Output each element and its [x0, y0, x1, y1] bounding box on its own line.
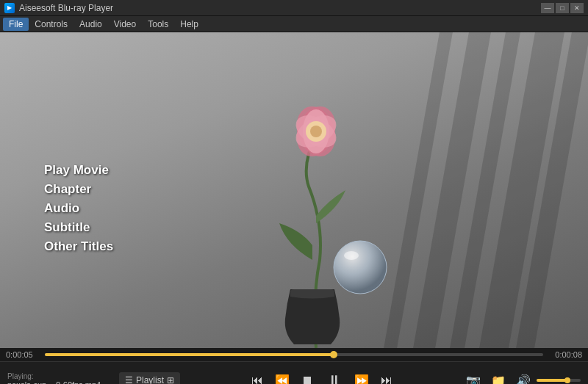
menu-item-controls[interactable]: Controls — [29, 18, 74, 31]
menu-item-audio[interactable]: Audio — [74, 18, 108, 31]
overlay-menu: Play MovieChapterAudioSubtitleOther Titl… — [44, 163, 113, 254]
time-start: 0:00:05 — [6, 350, 39, 359]
glass-orb — [331, 238, 390, 297]
right-controls: 📷 📁 🔊 — [463, 370, 581, 384]
skip-forward-button[interactable]: ⏭ — [376, 369, 398, 384]
video-background: Play MovieChapterAudioSubtitleOther Titl… — [0, 32, 588, 348]
playlist-button[interactable]: ☰ Playlist ⊞ — [119, 372, 180, 384]
rewind-button[interactable]: ⏪ — [271, 369, 293, 384]
menu-bar: FileControlsAudioVideoToolsHelp — [0, 16, 588, 32]
volume-button[interactable]: 🔊 — [513, 370, 534, 384]
menu-item-file[interactable]: File — [3, 18, 29, 31]
title-bar: ▶ Aiseesoft Blu-ray Player — □ ✕ — [0, 0, 588, 16]
menu-item-video[interactable]: Video — [108, 18, 142, 31]
progress-thumb — [330, 351, 337, 358]
overlay-menu-item-play-movie[interactable]: Play Movie — [44, 163, 113, 178]
now-playing: Playing: pexels-cup-...0-60fps.mp4 — [7, 372, 110, 385]
overlay-menu-item-subtitle[interactable]: Subtitle — [44, 220, 113, 235]
volume-fill — [537, 379, 567, 382]
controls-bar: Playing: pexels-cup-...0-60fps.mp4 ☰ Pla… — [0, 361, 588, 384]
volume-slider[interactable] — [537, 379, 581, 382]
snapshot-button[interactable]: 📷 — [463, 370, 484, 384]
playing-file: pexels-cup-...0-60fps.mp4 — [7, 380, 110, 385]
skip-back-button[interactable]: ⏮ — [246, 369, 268, 384]
folder-button[interactable]: 📁 — [488, 370, 509, 384]
minimize-button[interactable]: — — [541, 3, 554, 13]
title-left: ▶ Aiseesoft Blu-ray Player — [4, 3, 113, 13]
overlay-menu-item-chapter[interactable]: Chapter — [44, 182, 113, 197]
fast-forward-button[interactable]: ⏩ — [351, 369, 373, 384]
svg-point-7 — [334, 241, 387, 294]
title-text: Aiseesoft Blu-ray Player — [19, 3, 113, 13]
menu-item-help[interactable]: Help — [174, 18, 204, 31]
playlist-chevron-icon: ⊞ — [167, 375, 174, 384]
close-button[interactable]: ✕ — [570, 3, 584, 13]
time-end: 0:00:08 — [549, 350, 582, 359]
app-icon-symbol: ▶ — [7, 4, 12, 11]
playlist-icon: ☰ — [125, 375, 133, 384]
volume-area: 🔊 — [513, 370, 581, 384]
video-area: Play MovieChapterAudioSubtitleOther Titl… — [0, 32, 588, 348]
overlay-menu-item-audio[interactable]: Audio — [44, 201, 113, 216]
svg-point-8 — [344, 251, 359, 260]
app-icon: ▶ — [4, 3, 15, 13]
play-pause-button[interactable]: ⏸ — [321, 367, 348, 384]
playing-label: Playing: — [7, 372, 110, 380]
playback-controls: ⏮ ⏪ ⏹ ⏸ ⏩ ⏭ — [184, 367, 459, 384]
menu-item-tools[interactable]: Tools — [142, 18, 174, 31]
svg-point-6 — [310, 126, 322, 137]
progress-fill — [45, 353, 334, 356]
stop-button[interactable]: ⏹ — [296, 369, 318, 384]
playlist-label: Playlist — [136, 375, 164, 384]
maximize-button[interactable]: □ — [556, 3, 569, 13]
progress-bar[interactable] — [45, 353, 543, 356]
window-controls: — □ ✕ — [541, 3, 584, 13]
progress-area: 0:00:05 0:00:08 — [0, 348, 588, 361]
overlay-menu-item-other-titles[interactable]: Other Titles — [44, 239, 113, 254]
volume-thumb — [564, 377, 570, 383]
vase — [279, 289, 345, 348]
